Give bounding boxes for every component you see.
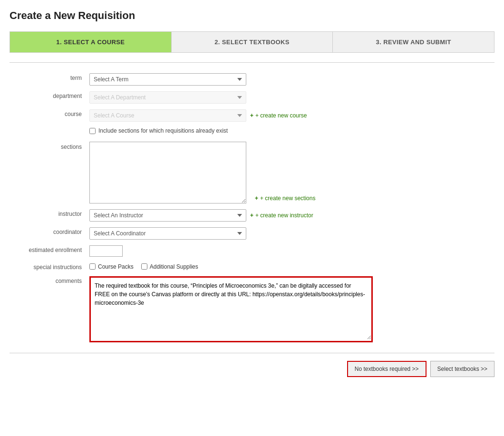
department-input-cell: Select A Department (86, 88, 494, 107)
steps-bar: 1. Select a Course 2. Select Textbooks 3… (10, 31, 494, 53)
course-packs-checkbox[interactable] (89, 263, 96, 270)
coordinator-select[interactable]: Select A Coordinator (89, 227, 246, 240)
sections-textarea[interactable] (89, 142, 246, 203)
include-sections-checkbox[interactable] (89, 128, 96, 134)
course-label: course (10, 107, 86, 125)
create-new-instructor-link[interactable]: ++ create new instructor (250, 212, 313, 219)
term-input-cell: Select A Term (86, 70, 494, 88)
select-textbooks-button[interactable]: Select textbooks >> (430, 361, 494, 377)
plus-icon-instructor: + (250, 212, 253, 219)
enrollment-input[interactable] (89, 245, 123, 257)
comments-wrapper (89, 276, 373, 342)
special-instructions-checkboxes: Course Packs Additional Supplies (89, 263, 491, 270)
comments-row: comments (10, 273, 494, 345)
plus-icon-sections: + (255, 195, 258, 202)
comments-input-cell (86, 273, 494, 345)
instructor-row-inner: Select An Instructor ++ create new instr… (89, 209, 491, 222)
bottom-bar: No textbooks required >> Select textbook… (10, 353, 494, 377)
enrollment-input-cell (86, 242, 494, 260)
include-sections-text: Include sections for which requisitions … (98, 127, 228, 134)
sections-inner (89, 142, 246, 203)
special-instructions-row: special instructions Course Packs Additi… (10, 260, 494, 273)
create-new-sections-link[interactable]: ++ create new sections (255, 195, 315, 202)
comments-label: comments (10, 273, 86, 345)
create-new-course-link[interactable]: ++ create new course (250, 112, 307, 119)
term-select[interactable]: Select A Term (89, 73, 246, 86)
tab-select-course[interactable]: 1. Select a Course (10, 32, 172, 52)
comments-textarea[interactable] (91, 278, 371, 339)
include-sections-checkbox-row: Include sections for which requisitions … (89, 127, 491, 134)
instructor-select[interactable]: Select An Instructor (89, 209, 246, 222)
additional-supplies-checkbox[interactable] (141, 263, 147, 270)
term-label: term (10, 70, 86, 88)
sections-row: sections ++ create new sections (10, 139, 494, 206)
page-wrapper: Create a New Requisition 1. Select a Cou… (0, 0, 504, 436)
instructor-label: instructor (10, 206, 86, 224)
additional-supplies-label[interactable]: Additional Supplies (141, 263, 198, 270)
department-row: department Select A Department (10, 88, 494, 107)
special-instructions-input-cell: Course Packs Additional Supplies (86, 260, 494, 273)
enrollment-row: estimated enrollment (10, 242, 494, 260)
include-sections-row: Include sections for which requisitions … (10, 125, 494, 139)
coordinator-row: coordinator Select A Coordinator (10, 224, 494, 242)
plus-icon-course: + (250, 112, 253, 119)
include-sections-label-cell (10, 125, 86, 139)
create-sections-wrapper: ++ create new sections (251, 194, 315, 202)
department-label: department (10, 88, 86, 107)
special-instructions-label: special instructions (10, 260, 86, 273)
tab-select-textbooks[interactable]: 2. Select Textbooks (172, 32, 333, 52)
enrollment-label: estimated enrollment (10, 242, 86, 260)
coordinator-input-cell: Select A Coordinator (86, 224, 494, 242)
course-input-cell: Select A Course ++ create new course (86, 107, 494, 125)
divider (10, 62, 494, 63)
instructor-row: instructor Select An Instructor ++ creat… (10, 206, 494, 224)
course-row: course Select A Course ++ create new cou… (10, 107, 494, 125)
sections-container: ++ create new sections (89, 142, 491, 203)
page-title: Create a New Requisition (10, 10, 494, 22)
sections-label: sections (10, 139, 86, 206)
course-row-inner: Select A Course ++ create new course (89, 109, 491, 122)
sections-input-cell: ++ create new sections (86, 139, 494, 206)
tab-review-submit[interactable]: 3. Review and Submit (333, 32, 494, 52)
course-select[interactable]: Select A Course (89, 109, 246, 122)
term-row: term Select A Term (10, 70, 494, 88)
coordinator-label: coordinator (10, 224, 86, 242)
department-select[interactable]: Select A Department (89, 91, 246, 104)
include-sections-input-cell: Include sections for which requisitions … (86, 125, 494, 139)
form-table: term Select A Term department Select A D… (10, 70, 494, 345)
course-packs-label[interactable]: Course Packs (89, 263, 134, 270)
no-textbooks-button[interactable]: No textbooks required >> (347, 361, 426, 377)
instructor-input-cell: Select An Instructor ++ create new instr… (86, 206, 494, 224)
